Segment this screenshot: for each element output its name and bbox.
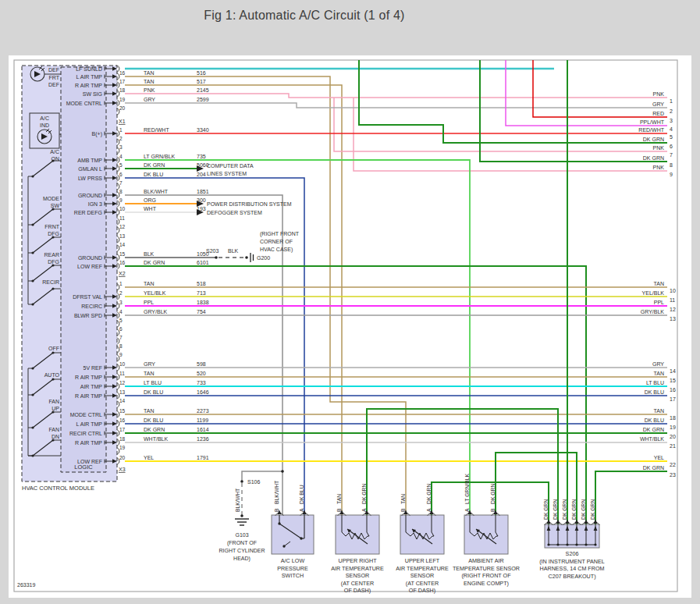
pin-number: 12 <box>119 380 126 385</box>
exit-number: 2 <box>670 108 673 114</box>
pin-number: 7 <box>119 180 123 186</box>
signal-label: L AIR TMP <box>76 74 103 80</box>
frt-def-label-label: DEF <box>48 82 59 87</box>
pin-number: 5 <box>119 318 123 323</box>
exit-number: 11 <box>670 297 675 303</box>
computer-data-lines-arrow-text: COMPUTER DATA <box>207 163 254 169</box>
signal-label: MODE CNTRL <box>66 101 102 106</box>
computer-data-lines-arrow-text: LINES SYSTEM <box>207 171 247 176</box>
exit-color-label: YEL <box>654 455 664 460</box>
g103-ground-symbol-dot <box>240 514 243 517</box>
exit-color-label: PNK <box>653 91 665 97</box>
exit-number: 10 <box>670 288 676 293</box>
hvac-case-note: CORNER OF <box>260 239 293 244</box>
exit-color-label: DK BLU <box>645 417 664 423</box>
upper-right-air-temp-sensor-pin-letter: B <box>336 508 342 512</box>
s106-wire-color-label: BLK/WHT <box>235 489 240 512</box>
wire-color-label: PPL <box>144 300 154 305</box>
pin-number: 6 <box>119 326 123 332</box>
exit-number: 15 <box>670 378 676 383</box>
g200-label: G200 <box>257 255 270 261</box>
exit-number: 17 <box>670 396 676 402</box>
ac-on-switch-label: A/C <box>50 149 59 155</box>
signal-label: GMLAN L <box>78 166 102 172</box>
s206-splice-pack-label: HARNESS, 14 CM FROM <box>539 565 604 572</box>
blkwht-junction-dot <box>281 470 284 473</box>
wire-color-label: GRY/BLK <box>144 309 168 314</box>
exit-number: 9 <box>670 172 673 177</box>
exit-color-label: GRY <box>652 101 664 107</box>
s206-splice-pack-pin-color-label: DK GRN <box>571 499 577 520</box>
fan-dn-switch-label: DN <box>52 434 59 439</box>
logic-label: LOGIC <box>74 464 93 471</box>
pin-number: 10 <box>119 361 126 367</box>
g200-dot <box>245 256 248 259</box>
wire-color-label: BLK <box>144 251 155 257</box>
hvac-case-note: HVAC CASE) <box>260 247 293 253</box>
pin-number: 13 <box>119 389 126 395</box>
off-switch-label: OFF <box>48 346 59 351</box>
page: { "title": "Fig 1: Automatic A/C Circuit… <box>0 0 700 604</box>
ac-low-pressure-switch-label: SWITCH <box>282 572 304 579</box>
wire-color-label: DK BLU <box>144 389 163 395</box>
upper-left-air-temp-sensor-label: UPPER LEFT <box>405 557 440 564</box>
circuit-number-label: 1199 <box>197 417 208 423</box>
circuit-number-label: 1791 <box>197 455 209 460</box>
wire-color-label: TAN <box>144 281 154 286</box>
ac-low-pressure-switch-label: PRESSURE <box>277 565 308 572</box>
fan-up-switch-label: UP <box>52 406 59 411</box>
ac-low-pressure-switch-box <box>272 515 314 554</box>
pin-number: 9 <box>119 197 123 203</box>
exit-color-label: PPL/WHT <box>640 119 665 125</box>
exit-number: 8 <box>670 162 673 168</box>
s206-splice-pack-pin-color-label: DK GRN <box>581 499 586 520</box>
wire-color-label: TAN <box>144 408 154 414</box>
wire-color-label: RED/WHT <box>144 127 169 133</box>
wire-color-label: DK GRN <box>144 427 165 432</box>
signal-label: RECIRC <box>81 304 102 309</box>
ac-low-pressure-switch-pin-color-label: BLK/WHT <box>274 481 279 504</box>
pin-number: 8 <box>119 189 123 194</box>
signal-label: AMB TMP <box>77 158 102 163</box>
pin-number: 16 <box>119 260 126 265</box>
circuit-number-label: 516 <box>197 70 206 76</box>
upper-right-air-temp-sensor-pin-color-label: DK GRN <box>361 483 367 504</box>
pin-number: 15 <box>119 408 126 414</box>
pin-number: 1 <box>119 127 123 133</box>
s206-splice-pack-label: (IN INSTRUMENT PANEL <box>539 558 605 565</box>
exit-color-label: PNK <box>653 145 665 151</box>
s206-splice-pack-label: C207 BREAKOUT) <box>548 573 595 580</box>
upper-right-air-temp-sensor-label: (AT CENTER <box>341 580 374 587</box>
ambient-air-temp-sensor-box <box>464 515 508 554</box>
mode-switch-label: SW <box>51 203 60 208</box>
signal-label: LW PRSS <box>78 176 102 181</box>
exit-color-label: DK GRN <box>643 155 664 161</box>
exit-color-label: TAN <box>654 281 664 286</box>
upper-right-air-temp-sensor-label: AIR TEMPERATURE <box>331 565 384 572</box>
mode-switch-label: MODE <box>43 196 59 201</box>
pin-number: 9 <box>119 352 123 357</box>
wire-color-label: DK BLU <box>144 417 163 423</box>
wiring-diagram: LOGICHVAC CONTROL MODULEDEFFRTDEFA/CINDA… <box>0 0 700 604</box>
upper-left-air-temp-sensor-pin-letter: B <box>400 508 406 512</box>
hvac-control-module-label: HVAC CONTROL MODULE <box>22 485 94 492</box>
wire-color-label: DK GRN <box>144 162 165 168</box>
exit-color-label: PPL <box>654 300 664 305</box>
upper-right-air-temp-sensor-label: OF DASH) <box>344 587 371 594</box>
exit-color-label: RED/WHT <box>638 127 664 133</box>
frnt-dfg-switch-label: DFG <box>48 231 59 236</box>
exit-number: 23 <box>670 472 676 478</box>
s203-label: S203 <box>206 248 219 254</box>
g103-label: HEAD) <box>233 556 251 562</box>
wire-color-label: TAN <box>144 79 154 84</box>
pin-number: 3 <box>119 300 123 305</box>
connector-group-label: X2 <box>119 271 126 276</box>
exit-number: 7 <box>670 152 673 158</box>
circuit-number-label: 2145 <box>197 87 209 93</box>
exit-color-label: YEL/BLK <box>642 290 665 296</box>
upper-left-air-temp-sensor-label: SENSOR <box>410 572 434 579</box>
exit-color-label: DK GRN <box>643 137 664 142</box>
exit-color-label: DK GRN <box>643 427 664 432</box>
exit-color-label: GRY <box>652 361 664 367</box>
s206-splice-pack-pin-color-label: DK GRN <box>590 499 595 520</box>
